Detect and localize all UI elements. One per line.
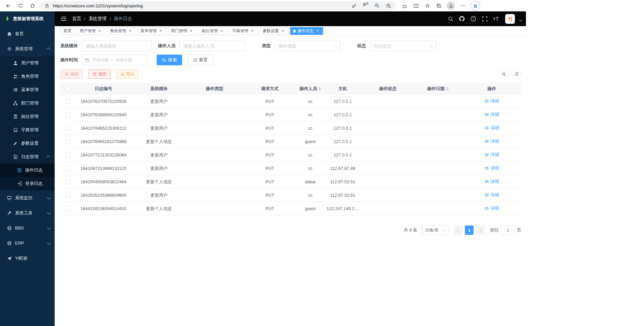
bing-copilot-icon[interactable]: b <box>471 1 480 10</box>
detail-link[interactable]: 详细 <box>484 152 499 158</box>
detail-link[interactable]: 详细 <box>484 112 499 118</box>
row-checkbox[interactable] <box>66 99 70 104</box>
sidebar-item-system-tools[interactable]: 系统工具 <box>0 205 55 220</box>
refresh-table-icon[interactable] <box>512 69 521 79</box>
tab-home[interactable]: 首页 <box>60 27 74 35</box>
back-icon[interactable] <box>3 1 13 10</box>
tab-menu-mgmt[interactable]: 菜单管理× <box>138 27 166 35</box>
font-size-icon[interactable]: тT <box>492 14 500 23</box>
help-icon[interactable]: ? <box>469 14 478 23</box>
sidebar-item-yi-framework[interactable]: Yi框架 <box>0 251 55 266</box>
extensions-icon[interactable] <box>401 2 408 9</box>
sidebar-item-post-mgmt[interactable]: 岗位管理 <box>0 110 55 123</box>
sort-icons[interactable] <box>446 85 449 92</box>
tab-role-mgmt[interactable]: 角色管理× <box>107 27 136 35</box>
sidebar-item-system-mgmt[interactable]: 系统管理 <box>0 41 55 56</box>
operator-filter-input[interactable] <box>179 41 245 51</box>
export-button[interactable]: 导出 <box>116 69 139 79</box>
navbar-search-icon[interactable] <box>446 14 455 23</box>
close-icon[interactable]: × <box>189 29 194 34</box>
sidebar-item-system-monitor[interactable]: 系统监控 <box>0 190 55 205</box>
sidebar-toggle-icon[interactable] <box>59 14 68 23</box>
page-number-button[interactable]: 1 <box>465 225 474 235</box>
home-icon[interactable] <box>28 1 38 10</box>
row-checkbox[interactable] <box>66 206 70 211</box>
sidebar-item-home[interactable]: 首页 <box>0 26 55 41</box>
close-icon[interactable]: × <box>97 29 102 34</box>
browser-profile-avatar[interactable] <box>447 2 455 10</box>
tab-user-mgmt[interactable]: 用户管理× <box>76 27 105 35</box>
favorite-star-add-icon[interactable] <box>385 2 392 9</box>
close-icon[interactable]: × <box>219 29 224 34</box>
split-screen-icon[interactable] <box>413 2 419 9</box>
avatar-caret-icon[interactable] <box>519 18 522 21</box>
sidebar-item-erp[interactable]: ERP <box>0 236 55 251</box>
row-checkbox[interactable] <box>66 180 70 184</box>
tab-dept-mgmt[interactable]: 部门管理× <box>168 27 197 35</box>
sidebar-item-log-mgmt[interactable]: 日志管理 <box>0 150 55 164</box>
sidebar-item-bbs[interactable]: BBS <box>0 220 55 236</box>
row-checkbox[interactable] <box>66 139 70 144</box>
close-icon[interactable]: × <box>315 29 320 34</box>
collections-icon[interactable] <box>435 2 442 9</box>
github-icon[interactable] <box>458 14 466 23</box>
toggle-search-icon[interactable] <box>499 69 508 79</box>
sidebar-item-dict-mgmt[interactable]: 字典管理 <box>0 123 55 137</box>
password-key-icon[interactable] <box>351 2 358 9</box>
clear-button[interactable]: 清空 <box>88 69 111 79</box>
detail-link[interactable]: 详细 <box>484 205 499 211</box>
select-all-checkbox[interactable] <box>66 87 70 91</box>
row-checkbox[interactable] <box>66 126 70 131</box>
sidebar-item-menu-mgmt[interactable]: 菜单管理 <box>0 83 55 96</box>
date-range-picker[interactable]: - <box>82 55 147 65</box>
url-text[interactable]: https://ccnetcore.com:1101/system/log/op… <box>53 3 348 8</box>
goto-page-input[interactable] <box>501 225 515 235</box>
read-aloud-icon[interactable]: A))) <box>362 2 369 9</box>
sidebar-item-param-settings[interactable]: 参数设置 <box>0 137 55 150</box>
more-options-icon[interactable] <box>460 2 466 9</box>
favorites-bar-icon[interactable] <box>424 2 431 9</box>
status-filter-select[interactable] <box>370 41 436 51</box>
detail-link[interactable]: 详细 <box>484 192 499 198</box>
close-icon[interactable]: × <box>280 29 285 34</box>
close-icon[interactable]: × <box>158 29 163 34</box>
type-filter-select[interactable] <box>275 41 340 51</box>
detail-link[interactable]: 详细 <box>484 125 499 131</box>
start-date-input[interactable] <box>91 58 110 62</box>
avatar[interactable]: Yj <box>505 14 515 24</box>
sidebar-item-user-mgmt[interactable]: 用户管理 <box>0 56 55 70</box>
prev-page-button[interactable] <box>454 225 463 235</box>
close-icon[interactable]: × <box>250 29 255 34</box>
sort-icons[interactable] <box>318 85 321 92</box>
detail-link[interactable]: 详细 <box>484 98 499 104</box>
sidebar-item-operation-log[interactable]: 操作日志 <box>0 164 55 177</box>
module-filter-input[interactable] <box>82 41 152 51</box>
detail-link[interactable]: 详细 <box>484 165 499 171</box>
close-icon[interactable]: × <box>128 29 132 34</box>
column-operator-sortable[interactable]: 操作人员 <box>300 85 321 92</box>
row-checkbox[interactable] <box>66 166 70 171</box>
tab-post-mgmt[interactable]: 岗位管理× <box>199 27 227 35</box>
detail-link[interactable]: 详细 <box>484 138 499 144</box>
page-size-select[interactable]: 10条/页 <box>422 225 448 235</box>
zoom-out-icon[interactable] <box>374 2 380 9</box>
row-checkbox[interactable] <box>66 113 70 117</box>
search-button[interactable]: 搜索 <box>157 55 182 65</box>
tab-param-settings[interactable]: 参数设置× <box>260 27 288 35</box>
tab-dict-mgmt[interactable]: 字典管理× <box>229 27 258 35</box>
breadcrumb-home[interactable]: 首页 <box>72 16 81 22</box>
breadcrumb-system-mgmt[interactable]: 系统管理 <box>89 16 107 22</box>
fullscreen-icon[interactable] <box>480 14 489 23</box>
delete-button[interactable]: 删除 <box>60 69 83 79</box>
reset-button[interactable]: 重置 <box>187 55 213 65</box>
row-checkbox[interactable] <box>66 153 70 157</box>
address-bar[interactable]: https://ccnetcore.com:1101/system/log/op… <box>40 1 396 10</box>
next-page-button[interactable] <box>476 225 484 235</box>
column-date-sortable[interactable]: 操作日期 <box>427 85 449 92</box>
end-date-input[interactable] <box>114 58 133 62</box>
sidebar-item-dept-mgmt[interactable]: 部门管理 <box>0 96 55 110</box>
sidebar-item-role-mgmt[interactable]: 角色管理 <box>0 70 55 83</box>
sidebar-item-login-log[interactable]: 登录日志 <box>0 177 55 190</box>
row-checkbox[interactable] <box>66 193 70 198</box>
detail-link[interactable]: 详细 <box>484 179 499 185</box>
